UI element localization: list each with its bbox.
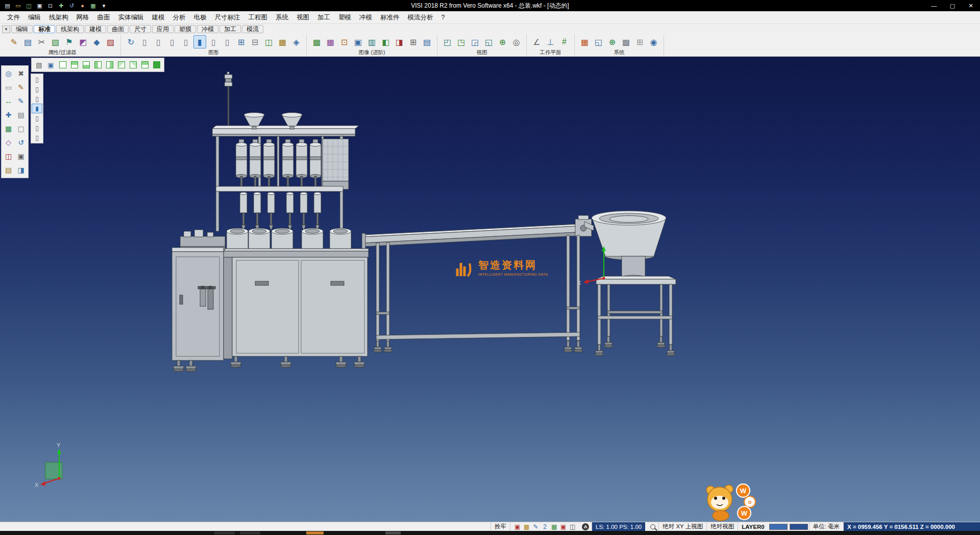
ribbon-tab[interactable]: 尺寸 xyxy=(130,25,151,33)
ribbon-tab[interactable]: 建模 xyxy=(85,25,106,33)
quick-access-icon[interactable]: ⊡ xyxy=(45,2,55,10)
toolbar-icon[interactable]: ✎ xyxy=(8,35,20,48)
maximize-button[interactable]: ▢ xyxy=(943,0,962,11)
toolbar-icon[interactable]: ◱ xyxy=(592,35,605,48)
menu-item[interactable]: 建模 xyxy=(148,12,169,23)
status-icon[interactable]: ▩ xyxy=(523,523,530,530)
palette-tool-icon[interactable]: ▭ xyxy=(3,81,14,94)
status-icon[interactable]: ▣ xyxy=(559,523,567,530)
view-cube-icon[interactable] xyxy=(151,59,162,70)
toolbar-icon[interactable]: ◰ xyxy=(441,35,454,48)
taskbar-item[interactable] xyxy=(306,531,324,534)
toolbar-icon[interactable]: ◩ xyxy=(77,35,89,48)
toolbar-icon[interactable]: ▦ xyxy=(276,35,289,48)
toolbar-icon[interactable]: ▩ xyxy=(310,35,323,48)
menu-item[interactable]: 电极 xyxy=(190,12,211,23)
ribbon-tab[interactable]: 标准 xyxy=(34,25,55,33)
quick-access-icon[interactable]: ▦ xyxy=(88,2,98,10)
toolbar-icon[interactable]: ▤ xyxy=(21,35,34,48)
view-cube-icon[interactable] xyxy=(69,59,80,70)
toolbar-icon[interactable]: ▥ xyxy=(365,35,378,48)
palette-tool-icon[interactable]: ✖ xyxy=(15,67,27,80)
ribbon-tab[interactable]: 模流 xyxy=(242,25,263,33)
palette-tool-icon[interactable]: ✎ xyxy=(15,81,27,94)
toolbar-icon[interactable]: ⊕ xyxy=(496,35,509,48)
toolbar-icon[interactable]: ▨ xyxy=(104,35,117,48)
active-layer-label[interactable]: LAYER0 xyxy=(738,522,768,531)
palette-tool-icon[interactable]: ▣ xyxy=(15,150,27,163)
mini-palette-icon[interactable]: ▯ xyxy=(32,75,42,84)
view-cube-icon[interactable] xyxy=(139,59,150,70)
layer-color-swatch[interactable] xyxy=(790,524,808,530)
snap-lock-toggle[interactable]: 拴牢 xyxy=(491,522,510,531)
ribbon-tab[interactable]: 线架构 xyxy=(56,25,84,33)
toolbar-icon[interactable]: ◧ xyxy=(379,35,392,48)
toolbar-icon[interactable]: ◉ xyxy=(647,35,660,48)
toolbar-icon[interactable]: ▤ xyxy=(421,35,433,48)
ribbon-tab[interactable]: 冲模 xyxy=(197,25,218,33)
palette-tool-icon[interactable]: ↺ xyxy=(15,136,27,149)
layer-color-swatch[interactable] xyxy=(769,524,788,530)
menu-item[interactable]: 系统 xyxy=(272,12,292,23)
toolbar-icon[interactable]: ◳ xyxy=(455,35,468,48)
toolbar-icon[interactable]: ⊥ xyxy=(544,35,557,48)
quick-access-icon[interactable]: ▭ xyxy=(13,2,23,10)
quick-access-icon[interactable]: ◫ xyxy=(24,2,34,10)
cad-model-3d[interactable]: Y X Y X xyxy=(0,57,980,522)
menu-item[interactable]: 分析 xyxy=(169,12,190,23)
ribbon-tab[interactable]: 加工 xyxy=(219,25,241,33)
annotation-badge[interactable]: A xyxy=(582,523,589,530)
palette-tool-icon[interactable]: ↔ xyxy=(3,94,14,108)
view-cube-icon[interactable] xyxy=(116,59,127,70)
quick-access-icon[interactable]: ✚ xyxy=(56,2,66,10)
mini-palette-icon[interactable]: ▮ xyxy=(32,104,42,113)
taskbar-item[interactable] xyxy=(385,531,401,534)
view-cube-icon[interactable] xyxy=(128,59,138,70)
menu-item[interactable]: 加工 xyxy=(313,12,334,23)
palette-tool-icon[interactable]: ▤ xyxy=(15,108,27,121)
bowl-feeder-stand[interactable] xyxy=(595,276,676,356)
view-cube-icon[interactable] xyxy=(104,59,115,70)
toolbar-icon[interactable]: ⚑ xyxy=(63,35,76,48)
status-icon[interactable]: ◫ xyxy=(569,523,576,530)
palette-tool-icon[interactable]: ▢ xyxy=(15,122,27,135)
minimize-button[interactable]: — xyxy=(925,0,943,11)
toolbar-icon[interactable]: ▯ xyxy=(221,35,234,48)
palette-tool-icon[interactable]: ◎ xyxy=(3,67,14,80)
absolute-view-label[interactable]: 绝对视图 xyxy=(706,522,738,531)
toolbar-icon[interactable]: ▯ xyxy=(166,35,179,48)
menu-item[interactable]: 工程图 xyxy=(244,12,272,23)
toolbar-icon[interactable]: ⊟ xyxy=(249,35,261,48)
mini-palette-icon[interactable]: ▯ xyxy=(32,133,42,142)
view-cube-icon[interactable] xyxy=(92,59,103,70)
toolbar-icon[interactable]: ▣ xyxy=(352,35,364,48)
search-icon[interactable] xyxy=(650,524,655,529)
toolbar-icon[interactable]: ◫ xyxy=(262,35,275,48)
toolbar-icon[interactable]: ⊞ xyxy=(407,35,420,48)
palette-tool-icon[interactable]: ✎ xyxy=(15,94,27,108)
menu-item[interactable]: 实体编辑 xyxy=(114,12,148,23)
menu-item[interactable]: 编辑 xyxy=(24,12,45,23)
ribbon-tab[interactable]: 应用 xyxy=(152,25,174,33)
toolbar-icon[interactable]: ⊞ xyxy=(633,35,646,48)
view-cube-icon[interactable]: ▣ xyxy=(45,59,56,70)
quick-access-icon[interactable]: ▾ xyxy=(99,2,109,10)
mini-palette-icon[interactable]: ▯ xyxy=(32,113,42,123)
bowl-feeder[interactable] xyxy=(584,211,666,280)
taskbar-item[interactable] xyxy=(240,531,260,534)
toolbar-icon[interactable]: ⊞ xyxy=(235,35,248,48)
quick-access-icon[interactable]: ● xyxy=(78,2,87,10)
menu-item[interactable]: 网格 xyxy=(72,12,93,23)
toolbar-icon[interactable]: ↻ xyxy=(125,35,137,48)
palette-tool-icon[interactable]: ◨ xyxy=(15,163,27,177)
conveyor-table[interactable] xyxy=(362,215,592,352)
toolbar-icon[interactable]: ▦ xyxy=(578,35,591,48)
status-icon[interactable]: ▦ xyxy=(550,523,558,530)
toolbar-icon[interactable]: ◆ xyxy=(90,35,103,48)
toolbar-icon[interactable]: ⊡ xyxy=(338,35,351,48)
menu-item[interactable]: 尺寸标注 xyxy=(211,12,244,23)
mini-palette-icon[interactable]: ▯ xyxy=(32,84,42,94)
toolbar-icon[interactable]: ▯ xyxy=(180,35,192,48)
menu-item[interactable]: 文件 xyxy=(3,12,24,23)
palette-tool-icon[interactable]: ✚ xyxy=(3,108,14,121)
